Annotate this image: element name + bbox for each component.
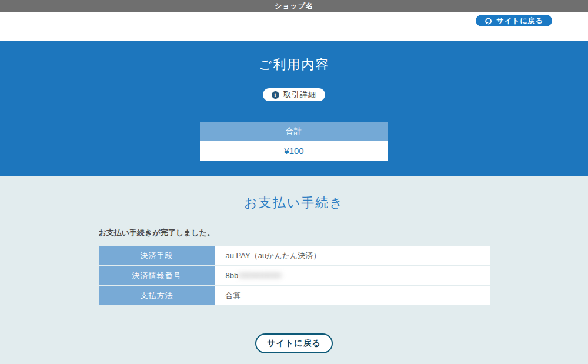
return-to-site-button-bottom[interactable]: サイトに戻る: [255, 333, 333, 353]
title-line-left: [99, 203, 233, 203]
return-to-site-button-top[interactable]: サイトに戻る: [476, 15, 552, 26]
shop-name: ショップ名: [275, 1, 313, 11]
usage-section: ご利用内容 i 取引詳細 合計 ¥100: [0, 41, 588, 176]
transaction-details-label: 取引詳細: [283, 89, 316, 100]
total-amount: ¥100: [200, 141, 388, 161]
payment-complete-message: お支払い手続きが完了しました。: [99, 228, 490, 238]
payment-info-number-value: 8bb 0000000000: [215, 266, 490, 285]
payment-way-value: 合算: [215, 286, 490, 305]
payment-title-row: お支払い手続き: [99, 176, 490, 212]
payment-detail-table: 決済手段 au PAY（auかんたん決済） 決済情報番号 8bb 0000000…: [99, 246, 490, 305]
title-line-right: [356, 203, 490, 203]
table-row: 決済手段 au PAY（auかんたん決済）: [99, 246, 490, 265]
return-to-site-label: サイトに戻る: [497, 16, 543, 26]
payment-info-number-visible: 8bb: [226, 271, 239, 280]
payment-method-label: 決済手段: [99, 246, 215, 265]
usage-section-title: ご利用内容: [259, 56, 330, 74]
table-row: 支払方法 合算: [99, 286, 490, 305]
top-bar: ショップ名: [0, 0, 588, 12]
info-icon: i: [272, 91, 279, 99]
payment-section-title: お支払い手続き: [244, 194, 344, 212]
table-row: 決済情報番号 8bb 0000000000: [99, 266, 490, 285]
return-arrow-icon: [485, 17, 492, 25]
total-table-header: 合計: [200, 122, 388, 141]
title-line-right: [341, 65, 489, 65]
payment-info-number-redacted: 0000000000: [239, 271, 281, 280]
title-line-left: [99, 65, 247, 65]
payment-way-label: 支払方法: [99, 286, 215, 305]
divider: [99, 313, 490, 313]
payment-method-value: au PAY（auかんたん決済）: [215, 246, 490, 265]
total-table: 合計 ¥100: [200, 122, 388, 161]
payment-info-number-label: 決済情報番号: [99, 266, 215, 285]
sub-header: サイトに戻る: [0, 12, 588, 41]
transaction-details-button[interactable]: i 取引詳細: [263, 88, 325, 101]
payment-section: お支払い手続き お支払い手続きが完了しました。 決済手段 au PAY（auかん…: [0, 176, 588, 364]
usage-title-row: ご利用内容: [99, 41, 490, 74]
